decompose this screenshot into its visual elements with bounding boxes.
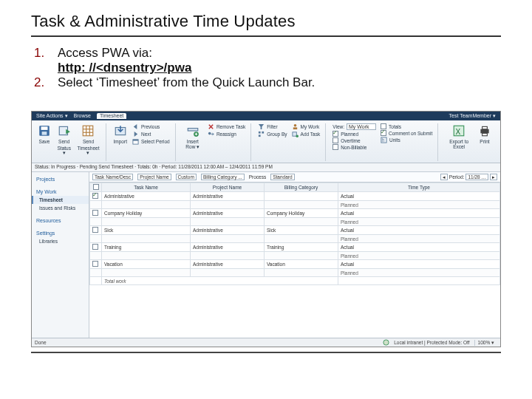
remove-task-button[interactable]: Remove Task bbox=[207, 123, 246, 130]
cell-timetype[interactable]: Actual bbox=[338, 209, 500, 218]
next-label: Next bbox=[141, 132, 151, 137]
send-timesheet-button[interactable]: Send Timesheet ▾ bbox=[75, 123, 100, 157]
table-subrow: Planned bbox=[90, 235, 500, 243]
cell-task[interactable]: Administrative bbox=[102, 192, 191, 201]
checkbox-icon[interactable] bbox=[92, 193, 98, 199]
view-value: My Work bbox=[349, 124, 369, 129]
cell-billing[interactable]: Training bbox=[265, 243, 338, 252]
col-time[interactable]: Time Type bbox=[338, 183, 500, 192]
sidebar-item-libraries[interactable]: Libraries bbox=[32, 237, 89, 245]
ie-zoom[interactable]: 100% ▾ bbox=[474, 340, 497, 346]
insert-row-button[interactable]: Insert Row ▾ bbox=[182, 123, 204, 150]
add-task-label: Add Task bbox=[301, 132, 321, 137]
period-prev-button[interactable]: ◂ bbox=[440, 174, 448, 180]
cell-billing[interactable]: Vacation bbox=[265, 260, 338, 269]
svg-rect-15 bbox=[259, 132, 261, 134]
col-billing[interactable]: Billing Category bbox=[265, 183, 338, 192]
view-selector[interactable]: View: My Work bbox=[332, 123, 377, 130]
user-menu[interactable]: Test TeamMember ▾ bbox=[449, 113, 496, 119]
step-text: Access PWA via: bbox=[58, 46, 501, 61]
next-period-button[interactable]: Next bbox=[132, 131, 171, 137]
totals-toggle[interactable]: Totals bbox=[380, 123, 433, 129]
timesheet-grid[interactable]: Task Name Project Name Billing Category … bbox=[89, 183, 500, 285]
planned-label: Planned bbox=[341, 132, 358, 137]
planned-toggle[interactable]: Planned bbox=[332, 131, 377, 137]
cell-project[interactable]: Administrative bbox=[191, 209, 265, 218]
table-row[interactable]: AdministrativeAdministrativeActual bbox=[90, 192, 500, 201]
col-task[interactable]: Task Name bbox=[102, 183, 191, 192]
step-number: 2. bbox=[34, 75, 58, 90]
table-row[interactable]: Company HolidayAdministrativeCompany Hol… bbox=[90, 209, 500, 218]
projectname-filter[interactable]: Project Name bbox=[137, 174, 171, 180]
cell-billing[interactable]: Company Holiday bbox=[265, 209, 338, 218]
ribbon-group-view: View: My Work Planned Overtime Non-Billa… bbox=[330, 123, 438, 161]
cell-project[interactable]: Administrative bbox=[191, 226, 265, 235]
period-value[interactable]: 11/28 … bbox=[466, 174, 488, 180]
slide-steps: 1. Access PWA via: http: //<dnsentry>/pw… bbox=[34, 46, 501, 90]
cell-timetype[interactable]: Actual bbox=[338, 226, 500, 235]
checkbox-icon[interactable] bbox=[92, 244, 98, 250]
filter-button[interactable]: Filter bbox=[257, 123, 287, 130]
table-row[interactable]: SickAdministrativeSickActual bbox=[90, 226, 500, 235]
reassign-button[interactable]: Reassign bbox=[207, 131, 246, 137]
nonbillable-label: Non-Billable bbox=[341, 145, 366, 150]
nonbillable-toggle[interactable]: Non-Billable bbox=[332, 144, 377, 150]
sidebar-settings-heading[interactable]: Settings bbox=[32, 229, 89, 237]
arrow-left-icon bbox=[132, 123, 139, 130]
timesheet-tab[interactable]: Timesheet bbox=[97, 113, 126, 119]
svg-rect-12 bbox=[188, 129, 198, 131]
send-status-button[interactable]: Send Status ▾ bbox=[55, 123, 72, 157]
units-button[interactable]: h Units bbox=[380, 137, 433, 143]
cell-billing[interactable] bbox=[265, 192, 338, 201]
custom-filter[interactable]: Custom bbox=[176, 174, 197, 180]
process-filter[interactable]: Standard bbox=[270, 174, 294, 180]
period-next-button[interactable]: ▸ bbox=[490, 174, 497, 180]
comment-on-submit-toggle[interactable]: Comment on Submit bbox=[380, 130, 433, 136]
svg-rect-20 bbox=[293, 132, 296, 136]
cell-project[interactable]: Administrative bbox=[191, 260, 265, 269]
svg-text:h: h bbox=[382, 137, 385, 143]
quick-launch: Projects My Work Timesheet Issues and Ri… bbox=[32, 172, 89, 338]
cell-timetype[interactable]: Actual bbox=[338, 260, 500, 269]
ribbon-group-period: Import Previous Next Select Period bbox=[111, 123, 176, 161]
checkbox-icon[interactable] bbox=[92, 210, 98, 216]
sidebar-mywork-heading[interactable]: My Work bbox=[32, 188, 89, 196]
browse-tab[interactable]: Browse bbox=[74, 113, 91, 119]
col-project[interactable]: Project Name bbox=[191, 183, 265, 192]
select-period-button[interactable]: Select Period bbox=[132, 138, 171, 145]
taskname-filter[interactable]: Task Name/Desc bbox=[92, 174, 133, 180]
site-actions-menu[interactable]: Site Actions ▾ bbox=[36, 113, 68, 119]
svg-point-18 bbox=[293, 124, 296, 127]
checkbox-icon bbox=[93, 184, 99, 190]
sidebar-item-timesheet[interactable]: Timesheet bbox=[32, 196, 89, 204]
cell-timetype[interactable]: Actual bbox=[338, 192, 500, 201]
sidebar-projects-heading[interactable]: Projects bbox=[32, 175, 89, 183]
col-checkbox[interactable] bbox=[90, 183, 102, 192]
save-button[interactable]: Save bbox=[36, 123, 52, 146]
previous-period-button[interactable]: Previous bbox=[132, 123, 171, 130]
group-by-button[interactable]: Group By bbox=[257, 131, 287, 137]
cell-project[interactable]: Administrative bbox=[191, 192, 265, 201]
checkbox-icon[interactable] bbox=[92, 227, 98, 233]
overtime-toggle[interactable]: Overtime bbox=[332, 137, 377, 143]
cell-task[interactable]: Sick bbox=[102, 226, 191, 235]
checkbox-icon[interactable] bbox=[92, 261, 98, 267]
import-button[interactable]: Import bbox=[112, 123, 129, 146]
print-button[interactable]: Print bbox=[477, 123, 493, 146]
table-row[interactable]: VacationAdministrativeVacationActual bbox=[90, 260, 500, 269]
table-row[interactable]: TrainingAdministrativeTrainingActual bbox=[90, 243, 500, 252]
cell-task[interactable]: Vacation bbox=[102, 260, 191, 269]
cell-billing[interactable]: Sick bbox=[265, 226, 338, 235]
add-task-button[interactable]: Add Task bbox=[291, 131, 321, 137]
cell-task[interactable]: Company Holiday bbox=[102, 209, 191, 218]
ribbon-group-submit: Save Send Status ▾ Send Timesheet ▾ bbox=[35, 123, 106, 161]
my-work-button[interactable]: My Work bbox=[291, 123, 321, 130]
sidebar-item-issues-risks[interactable]: Issues and Risks bbox=[32, 204, 89, 212]
sidebar-resources-heading[interactable]: Resources bbox=[32, 216, 89, 225]
cell-task[interactable]: Training bbox=[102, 243, 191, 252]
cell-project[interactable]: Administrative bbox=[191, 243, 265, 252]
billing-filter[interactable]: Billing Category ... bbox=[201, 174, 245, 180]
ribbon-group-share: X Export to Excel Print bbox=[443, 123, 497, 161]
export-excel-button[interactable]: X Export to Excel bbox=[444, 123, 474, 150]
cell-timetype[interactable]: Actual bbox=[338, 243, 500, 252]
